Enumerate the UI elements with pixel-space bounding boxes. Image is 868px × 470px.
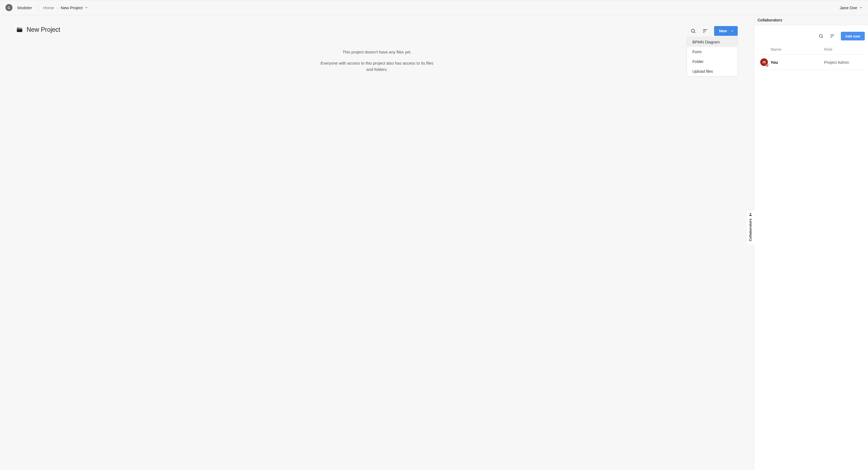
collaborators-panel: Collaborators Add user Name (754, 15, 868, 470)
search-icon (818, 34, 824, 38)
avatar-badge-icon (766, 63, 769, 67)
column-header-role: Role (824, 47, 865, 52)
app-name[interactable]: Modeler (18, 5, 32, 10)
main-content: New Project New (0, 15, 754, 470)
user-name: Jane Doe (840, 5, 857, 10)
collab-search-button[interactable] (818, 33, 824, 39)
topbar-divider (38, 4, 38, 11)
svg-point-0 (691, 29, 695, 32)
new-dropdown: BPMN Diagram Form Folder Upload files (687, 37, 738, 76)
column-header-name: Name (771, 47, 824, 52)
project-header: New Project (16, 26, 738, 33)
empty-state-line2: Everyone with access to this project als… (320, 60, 434, 72)
dropdown-item-label: Folder (692, 59, 704, 64)
project-toolbar: New (690, 26, 738, 36)
new-button-label: New (719, 29, 727, 33)
app-logo-letter: C (8, 6, 10, 10)
pull-tab-label: Collaborators (749, 218, 752, 241)
breadcrumb-separator-icon: › (57, 6, 58, 10)
dropdown-item-label: Upload files (692, 69, 713, 73)
collaborators-pull-tab[interactable]: Collaborators (746, 210, 754, 245)
breadcrumb-home[interactable]: Home (43, 5, 54, 10)
breadcrumb-current-label: New Project (61, 5, 83, 10)
svg-point-5 (750, 213, 751, 214)
add-user-button[interactable]: Add user (841, 32, 865, 40)
collaborators-panel-title: Collaborators (754, 15, 868, 25)
user-menu[interactable]: Jane Doe (840, 5, 863, 10)
collaborators-table: Name Role JD You Project Admin (754, 45, 868, 70)
collaborator-role: Project Admin (824, 60, 865, 65)
folder-icon (16, 27, 23, 33)
svg-line-7 (822, 37, 823, 38)
svg-point-6 (819, 34, 823, 37)
topbar: C Modeler Home › New Project Jane Doe (0, 0, 868, 15)
new-button[interactable]: New (714, 26, 738, 36)
app-logo[interactable]: C (5, 4, 12, 11)
new-dropdown-item-upload[interactable]: Upload files (687, 66, 738, 76)
dropdown-item-label: Form (692, 50, 702, 54)
avatar: JD (760, 58, 768, 66)
new-dropdown-item-folder[interactable]: Folder (687, 57, 738, 66)
collaborator-name: You (771, 60, 824, 65)
add-user-label: Add user (845, 34, 860, 38)
table-row: JD You Project Admin (757, 55, 865, 70)
collaborators-table-head: Name Role (757, 45, 865, 55)
search-button[interactable] (690, 28, 696, 34)
svg-line-1 (694, 32, 695, 33)
empty-state: This project doesn't have any files yet.… (16, 50, 738, 72)
sort-icon (830, 34, 835, 38)
chevron-down-icon (859, 6, 863, 9)
breadcrumb-current[interactable]: New Project (61, 5, 88, 10)
dropdown-item-label: BPMN Diagram (692, 40, 720, 44)
avatar-initials: JD (763, 61, 766, 64)
breadcrumb: Home › New Project (43, 5, 88, 10)
sort-icon (703, 28, 708, 34)
chevron-down-icon (731, 29, 734, 33)
chevron-down-icon (85, 6, 88, 9)
empty-state-line1: This project doesn't have any files yet. (16, 50, 738, 54)
new-dropdown-item-form[interactable]: Form (687, 47, 738, 57)
new-dropdown-item-bpmn[interactable]: BPMN Diagram (687, 37, 738, 47)
collab-sort-button[interactable] (830, 33, 835, 39)
page-title: New Project (27, 26, 60, 33)
person-icon (749, 213, 752, 216)
sort-button[interactable] (702, 28, 708, 34)
search-icon (690, 28, 696, 34)
collaborators-toolbar: Add user (754, 25, 868, 45)
